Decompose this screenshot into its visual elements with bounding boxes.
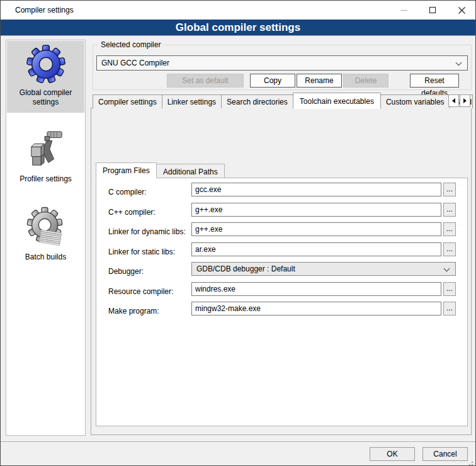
minimize-icon bbox=[400, 10, 407, 11]
c-compiler-input[interactable] bbox=[191, 183, 441, 196]
static-linker-label: Linker for static libs: bbox=[108, 245, 175, 259]
close-button[interactable] bbox=[447, 1, 476, 20]
arrow-right-icon bbox=[463, 98, 467, 103]
tab-scroll-right-button[interactable] bbox=[460, 94, 470, 107]
settings-tabstrip: Compiler settings Linker settings Search… bbox=[93, 93, 472, 108]
sidebar-item-label: Profiler settings bbox=[7, 174, 84, 184]
debugger-select-value: GDB/CDB debugger : Default bbox=[196, 264, 295, 273]
debugger-label: Debugger: bbox=[108, 264, 144, 278]
compiler-select[interactable]: GNU GCC Compiler bbox=[96, 55, 468, 71]
copy-button[interactable]: Copy bbox=[250, 74, 295, 88]
sidebar-item-label: Global compiler settings bbox=[7, 88, 84, 107]
tab-compiler-settings[interactable]: Compiler settings bbox=[93, 94, 162, 108]
reset-defaults-button[interactable]: Reset defaults bbox=[410, 74, 459, 88]
cpp-compiler-input[interactable] bbox=[191, 203, 441, 217]
program-files-page: C compiler: ... C++ compiler: ... Linker… bbox=[96, 178, 468, 426]
title-bar: Compiler settings bbox=[1, 1, 475, 20]
resource-compiler-browse-button[interactable]: ... bbox=[443, 282, 456, 296]
cpp-compiler-browse-button[interactable]: ... bbox=[443, 203, 456, 217]
arrow-left-icon bbox=[452, 98, 455, 103]
tab-search-directories[interactable]: Search directories bbox=[221, 94, 293, 108]
footer-separator-highlight bbox=[1, 442, 476, 443]
c-compiler-browse-button[interactable]: ... bbox=[443, 183, 456, 196]
blue-gear-icon bbox=[26, 45, 65, 84]
dynamic-linker-browse-button[interactable]: ... bbox=[443, 222, 456, 236]
rename-button[interactable]: Rename bbox=[297, 74, 342, 88]
sidebar-item-global-compiler-settings[interactable]: Global compiler settings bbox=[7, 41, 84, 113]
window-title: Compiler settings bbox=[15, 1, 74, 20]
caliper-icon bbox=[26, 128, 65, 170]
settings-category-sidebar: Global compiler settings Profi bbox=[6, 40, 86, 436]
resource-compiler-input[interactable] bbox=[191, 282, 441, 296]
tab-linker-settings[interactable]: Linker settings bbox=[162, 94, 222, 108]
maximize-button[interactable] bbox=[418, 1, 447, 20]
maximize-icon bbox=[429, 7, 436, 13]
close-icon bbox=[458, 7, 465, 14]
subtab-program-files[interactable]: Program Files bbox=[96, 162, 157, 178]
chevron-down-icon bbox=[444, 266, 450, 272]
make-program-input[interactable] bbox=[191, 302, 441, 315]
tab-toolchain-executables[interactable]: Toolchain executables bbox=[293, 93, 381, 109]
dynamic-linker-input[interactable] bbox=[191, 222, 441, 236]
minimize-button[interactable] bbox=[389, 1, 418, 20]
delete-button[interactable]: Delete bbox=[343, 74, 388, 88]
chevron-down-icon bbox=[456, 60, 462, 66]
sidebar-item-profiler-settings[interactable]: Profiler settings bbox=[7, 121, 84, 188]
ok-button[interactable]: OK bbox=[370, 447, 415, 461]
compiler-settings-dialog: Compiler settings Global compiler settin… bbox=[0, 0, 476, 466]
gray-gear-stack-icon bbox=[26, 207, 65, 248]
sidebar-item-label: Batch builds bbox=[7, 253, 84, 262]
resize-grip[interactable] bbox=[472, 462, 473, 463]
tab-scroll-left-button[interactable] bbox=[448, 94, 459, 107]
compiler-select-value: GNU GCC Compiler bbox=[101, 59, 169, 67]
cancel-button[interactable]: Cancel bbox=[422, 447, 468, 461]
static-linker-input[interactable] bbox=[191, 242, 441, 256]
selected-compiler-group-label: Selected compiler bbox=[98, 40, 163, 50]
dynamic-linker-label: Linker for dynamic libs: bbox=[108, 225, 186, 239]
tab-custom-variables[interactable]: Custom variables bbox=[380, 94, 450, 108]
make-program-label: Make program: bbox=[108, 304, 159, 318]
make-program-browse-button[interactable]: ... bbox=[443, 302, 456, 315]
subtab-additional-paths[interactable]: Additional Paths bbox=[156, 164, 225, 178]
static-linker-browse-button[interactable]: ... bbox=[443, 242, 456, 256]
debugger-select[interactable]: GDB/CDB debugger : Default bbox=[191, 262, 456, 276]
c-compiler-label: C compiler: bbox=[108, 185, 147, 199]
sidebar-item-batch-builds[interactable]: Batch builds bbox=[7, 199, 84, 266]
page-title: Global compiler settings bbox=[1, 20, 475, 36]
resource-compiler-label: Resource compiler: bbox=[108, 285, 173, 298]
cpp-compiler-label: C++ compiler: bbox=[108, 205, 156, 219]
set-as-default-button[interactable]: Set as default bbox=[167, 74, 244, 88]
